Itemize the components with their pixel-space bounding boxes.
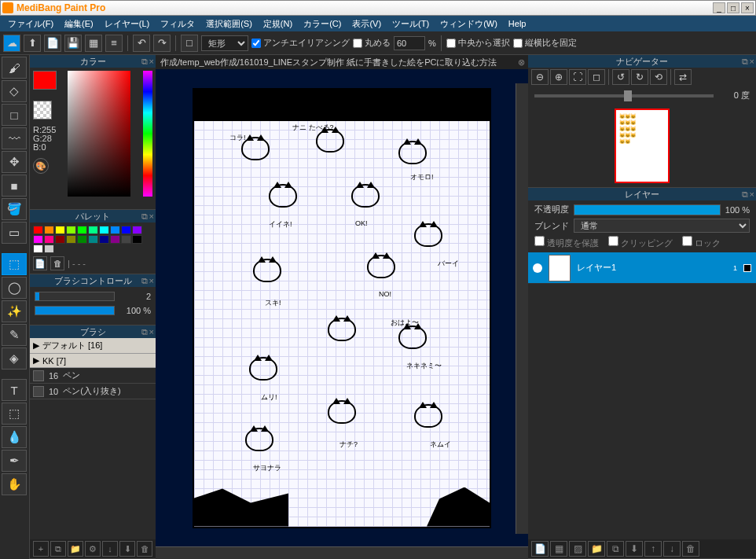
color-wheel-icon[interactable]: 🎨 — [33, 158, 49, 174]
transform-tool[interactable]: ⬚ — [2, 403, 27, 425]
horizontal-scrollbar[interactable] — [156, 546, 528, 559]
close-tab-icon[interactable]: ⊗ — [518, 57, 525, 68]
upload-button[interactable]: ⬆ — [24, 35, 41, 52]
cloud-sync-button[interactable]: ☁ — [3, 35, 20, 52]
brush-item[interactable]: 16ペン — [30, 368, 156, 384]
shape-tool[interactable]: □ — [2, 104, 27, 126]
brush-download-icon[interactable]: ⬇ — [119, 541, 135, 557]
round-value-input[interactable] — [394, 36, 425, 50]
rotate-right-button[interactable]: ↻ — [631, 69, 648, 85]
brush-folder-icon[interactable]: 📁 — [68, 541, 83, 557]
layer-opacity-slider[interactable] — [574, 204, 721, 215]
minimize-button[interactable]: _ — [713, 2, 725, 13]
new-layer-8bit-button[interactable]: ▦ — [550, 541, 567, 557]
close-panel-icon[interactable]: × — [149, 57, 154, 67]
layer-item[interactable]: レイヤー1 1 — [528, 252, 756, 284]
palette-swatch[interactable] — [55, 226, 65, 234]
merge-down-button[interactable]: ⬇ — [626, 541, 643, 557]
palette-swatch[interactable] — [110, 235, 120, 244]
fill-tool[interactable]: ■ — [2, 175, 27, 197]
lock-checkbox[interactable]: ロック — [682, 236, 721, 249]
brush-tool[interactable]: 🖌 — [2, 57, 27, 79]
close-button[interactable]: × — [741, 2, 754, 13]
round-checkbox[interactable]: 丸める — [353, 37, 391, 49]
background-color-swatch[interactable] — [33, 101, 52, 120]
hue-slider[interactable] — [143, 71, 152, 197]
shape-type-select[interactable]: 矩形 — [201, 35, 248, 51]
menu-layer[interactable]: レイヤー(L) — [100, 17, 154, 31]
brush-group[interactable]: ▶ デフォルト [16] — [30, 338, 156, 354]
center-select-checkbox[interactable]: 中央から選択 — [446, 37, 510, 49]
brush-opacity-slider[interactable] — [35, 306, 115, 315]
grid-button[interactable]: ▦ — [85, 35, 102, 52]
palette-swatch[interactable] — [55, 235, 65, 244]
palette-swatch[interactable] — [44, 245, 54, 253]
palette-swatch[interactable] — [33, 245, 43, 253]
menu-file[interactable]: ファイル(F) — [3, 17, 58, 31]
detach-icon[interactable]: ⧉ — [141, 57, 148, 67]
protect-alpha-checkbox[interactable]: 透明度を保護 — [534, 236, 599, 249]
palette-swatch[interactable] — [132, 235, 142, 244]
undo-button[interactable]: ↶ — [133, 35, 150, 52]
brush-group[interactable]: ▶ KK [7] — [30, 354, 156, 368]
rotate-left-button[interactable]: ↺ — [612, 69, 629, 85]
palette-swatch[interactable] — [44, 235, 54, 244]
brush-delete-icon[interactable]: 🗑 — [137, 541, 152, 557]
menu-filter[interactable]: フィルタ — [156, 17, 200, 31]
menu-tool[interactable]: ツール(T) — [387, 17, 434, 31]
palette-swatch[interactable] — [77, 226, 87, 234]
gradient-tool[interactable]: ▭ — [2, 222, 27, 244]
menu-select[interactable]: 選択範囲(S) — [201, 17, 257, 31]
palette-swatch[interactable] — [88, 235, 98, 244]
bucket-tool[interactable]: 🪣 — [2, 198, 27, 220]
palette-swatch[interactable] — [77, 235, 87, 244]
vertical-scrollbar[interactable] — [516, 83, 528, 534]
lasso-tool[interactable]: ◯ — [2, 277, 27, 299]
dot-brush-tool[interactable]: 〰 — [2, 127, 27, 149]
flip-button[interactable]: ⇄ — [674, 69, 692, 85]
move-tool[interactable]: ✥ — [2, 151, 27, 173]
palette-swatch[interactable] — [66, 235, 76, 244]
new-folder-button[interactable]: 📁 — [588, 541, 605, 557]
brush-add-icon[interactable]: + — [33, 541, 49, 557]
canvas-viewport[interactable]: コラ! ナニ たべる? イイネ! OK! オモロ! スキ! NO! バーイ ムリ… — [156, 69, 528, 546]
document-tab[interactable]: 作成/temp_web作成/161019_LINEスタンプ制作 紙に手書きした絵… — [156, 55, 528, 69]
new-layer-1bit-button[interactable]: ▨ — [569, 541, 586, 557]
palette-swatch[interactable] — [121, 226, 131, 234]
save-button[interactable]: 💾 — [64, 35, 82, 52]
layer-down-button[interactable]: ↓ — [663, 541, 681, 557]
menu-help[interactable]: Help — [504, 17, 531, 30]
duplicate-layer-button[interactable]: ⧉ — [607, 541, 624, 557]
eraser-select-tool[interactable]: ◈ — [2, 348, 27, 370]
pen-select-tool[interactable]: ✎ — [2, 324, 27, 346]
eyedropper-tool[interactable]: 💧 — [2, 426, 27, 448]
palette-swatch[interactable] — [33, 226, 43, 234]
menu-color[interactable]: カラー(C) — [299, 17, 346, 31]
palette-delete-button[interactable]: 🗑 — [50, 256, 64, 270]
palette-swatch[interactable] — [110, 226, 120, 234]
redo-button[interactable]: ↷ — [153, 35, 171, 52]
palette-swatch[interactable] — [121, 235, 131, 244]
hand-tool[interactable]: ✋ — [2, 473, 27, 495]
brush-settings-icon[interactable]: ⚙ — [85, 541, 101, 557]
new-doc-button[interactable]: 📄 — [44, 35, 61, 52]
antialias-checkbox[interactable]: アンチエイリアシング — [251, 37, 350, 49]
shape-square-icon[interactable]: □ — [181, 35, 198, 52]
maximize-button[interactable]: □ — [727, 2, 739, 13]
palette-swatch[interactable] — [99, 235, 109, 244]
menu-edit[interactable]: 編集(E) — [60, 17, 98, 31]
palette-swatch[interactable] — [66, 226, 76, 234]
menu-ruler[interactable]: 定規(N) — [259, 17, 297, 31]
magic-wand-tool[interactable]: ✨ — [2, 300, 27, 322]
palette-swatch[interactable] — [88, 226, 98, 234]
brush-dup-icon[interactable]: ⧉ — [50, 541, 66, 557]
color-picker[interactable] — [68, 71, 152, 206]
actual-size-button[interactable]: ◻ — [588, 69, 605, 85]
fit-screen-button[interactable]: ⛶ — [569, 69, 586, 85]
brush-size-slider[interactable] — [35, 292, 115, 301]
rect-select-tool[interactable]: ⬚ — [2, 253, 27, 275]
foreground-color-swatch[interactable] — [33, 71, 57, 90]
list-button[interactable]: ≡ — [105, 35, 123, 52]
artwork-canvas[interactable]: コラ! ナニ たべる? イイネ! OK! オモロ! スキ! NO! バーイ ムリ… — [193, 88, 491, 528]
palette-swatch[interactable] — [33, 235, 43, 244]
